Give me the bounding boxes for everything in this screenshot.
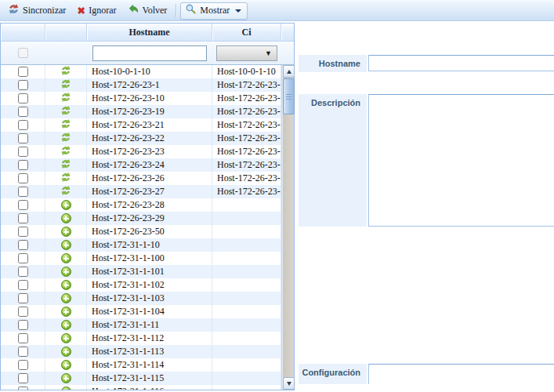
scroll-up-arrow-icon	[287, 70, 291, 74]
toolbar-separator	[176, 4, 176, 17]
row-ci: Host-172-26-23-10	[212, 92, 281, 105]
row-checkbox[interactable]	[18, 333, 28, 343]
sync-red-blue-arrows-icon	[8, 3, 20, 18]
table-row[interactable]: Host-172-26-23-27 Host-172-26-23-27	[1, 185, 281, 198]
row-checkbox[interactable]	[18, 67, 28, 77]
table-row[interactable]: Host-172-31-1-116	[1, 385, 281, 390]
scroll-up-button[interactable]	[283, 65, 295, 78]
table-row[interactable]: Host-172-31-1-10	[1, 238, 281, 252]
row-ci: Host-172-26-23-27	[212, 185, 281, 198]
table-row[interactable]: Host-172-26-23-28	[1, 198, 281, 212]
row-checkbox[interactable]	[18, 320, 28, 330]
header-ci[interactable]: Ci	[212, 24, 281, 41]
row-checkbox[interactable]	[18, 187, 28, 197]
volver-button[interactable]: Volver	[123, 2, 174, 20]
row-hostname: Host-172-26-23-21	[87, 118, 212, 132]
row-checkbox[interactable]	[18, 307, 28, 317]
ci-filter-select[interactable]: ▼	[216, 45, 277, 61]
table-row[interactable]: Host-172-26-23-10 Host-172-26-23-10	[1, 92, 281, 105]
green-back-arrow-icon	[128, 3, 139, 18]
row-checkbox[interactable]	[18, 173, 28, 183]
row-checkbox[interactable]	[18, 347, 28, 357]
table-row[interactable]: Host-172-31-1-113	[1, 345, 281, 358]
add-status-icon	[61, 280, 71, 290]
row-hostname: Host-172-26-23-24	[87, 158, 212, 172]
table-row[interactable]: Host-172-31-1-115	[1, 372, 281, 385]
row-checkbox[interactable]	[18, 200, 28, 210]
add-status-icon	[61, 200, 71, 210]
row-ci	[212, 238, 281, 252]
table-row[interactable]: Host-172-26-23-21 Host-172-26-23-21	[1, 118, 281, 132]
row-hostname: Host-172-31-1-101	[87, 265, 212, 278]
row-checkbox[interactable]	[18, 240, 28, 250]
row-checkbox[interactable]	[18, 373, 28, 383]
row-hostname: Host-10-0-1-10	[87, 65, 212, 78]
table-row[interactable]: Host-172-31-1-100	[1, 252, 281, 265]
row-checkbox[interactable]	[18, 227, 28, 237]
table-row[interactable]: Host-172-26-23-26 Host-172-26-23-26	[1, 172, 281, 185]
table-row[interactable]: Host-172-31-1-114	[1, 358, 281, 372]
row-checkbox[interactable]	[18, 280, 28, 290]
sincronizar-button[interactable]: Sincronizar	[3, 2, 72, 20]
row-ci	[212, 318, 281, 332]
add-status-icon	[61, 267, 71, 277]
toolbar: Sincronizar ✖ Ignorar Volver Mostrar	[0, 0, 554, 21]
table-row[interactable]: Host-172-31-1-102	[1, 278, 281, 292]
table-row[interactable]: Host-172-31-1-11	[1, 318, 281, 332]
row-checkbox[interactable]	[18, 267, 28, 277]
add-status-icon	[61, 333, 71, 343]
row-ci: Host-172-26-23-21	[212, 118, 281, 132]
table-row[interactable]: Host-172-26-23-23 Host-172-26-23-23	[1, 145, 281, 158]
table-row[interactable]: Host-172-26-23-50	[1, 225, 281, 238]
row-checkbox[interactable]	[18, 387, 28, 390]
row-ci	[212, 358, 281, 372]
add-status-icon	[61, 253, 71, 263]
row-checkbox[interactable]	[18, 107, 28, 117]
row-checkbox[interactable]	[18, 253, 28, 263]
descripcion-field-textarea[interactable]	[368, 94, 554, 227]
hostname-filter-input[interactable]	[92, 45, 207, 61]
add-status-icon	[61, 227, 71, 237]
hostname-field-input[interactable]	[368, 55, 554, 71]
table-row[interactable]: Host-172-26-23-22 Host-172-26-23-22	[1, 132, 281, 145]
mostrar-menu-button[interactable]: Mostrar	[180, 2, 248, 20]
row-hostname: Host-172-26-23-28	[87, 198, 212, 212]
table-row[interactable]: Host-172-31-1-112	[1, 332, 281, 345]
row-hostname: Host-172-26-23-1	[87, 78, 212, 92]
table-row[interactable]: Host-172-26-23-29	[1, 212, 281, 225]
row-checkbox[interactable]	[18, 160, 28, 170]
row-checkbox[interactable]	[18, 360, 28, 370]
table-row[interactable]: Host-172-31-1-101	[1, 265, 281, 278]
row-checkbox[interactable]	[18, 120, 28, 130]
ignorar-button[interactable]: ✖ Ignorar	[72, 2, 122, 20]
header-hostname[interactable]: Hostname	[87, 24, 212, 41]
table-row[interactable]: Host-172-26-23-24 Host-172-26-23-24	[1, 158, 281, 172]
table-row[interactable]: Host-172-31-1-104	[1, 305, 281, 318]
row-checkbox[interactable]	[18, 213, 28, 223]
scrollbar-thumb[interactable]	[283, 78, 295, 114]
row-checkbox[interactable]	[18, 147, 28, 157]
table-row[interactable]: Host-172-26-23-1 Host-172-26-23-1	[1, 78, 281, 92]
sincronizar-label: Sincronizar	[23, 5, 66, 16]
row-ci	[212, 265, 281, 278]
row-checkbox[interactable]	[18, 293, 28, 303]
configuracion-field-textarea[interactable]	[368, 364, 554, 384]
row-checkbox[interactable]	[18, 93, 28, 103]
row-ci: Host-172-26-23-26	[212, 172, 281, 185]
row-hostname: Host-172-26-23-19	[87, 105, 212, 118]
row-checkbox[interactable]	[18, 80, 28, 90]
row-checkbox[interactable]	[18, 133, 28, 143]
row-hostname: Host-172-26-23-23	[87, 145, 212, 158]
sync-status-icon	[60, 145, 71, 158]
configuracion-field-label: Configuración	[299, 364, 367, 384]
vertical-scrollbar[interactable]	[282, 65, 294, 390]
scroll-down-button[interactable]	[283, 377, 295, 390]
add-status-icon	[61, 387, 71, 390]
table-row[interactable]: Host-172-26-23-19 Host-172-26-23-19	[1, 105, 281, 118]
row-hostname: Host-172-31-1-102	[87, 278, 212, 292]
table-row[interactable]: Host-172-31-1-103	[1, 292, 281, 305]
sync-status-icon	[60, 118, 71, 132]
grid-header: Hostname Ci	[1, 24, 294, 42]
table-row[interactable]: Host-10-0-1-10 Host-10-0-1-10	[1, 65, 281, 78]
host-detail-form: Hostname Descripción Configuración Local…	[299, 55, 554, 384]
